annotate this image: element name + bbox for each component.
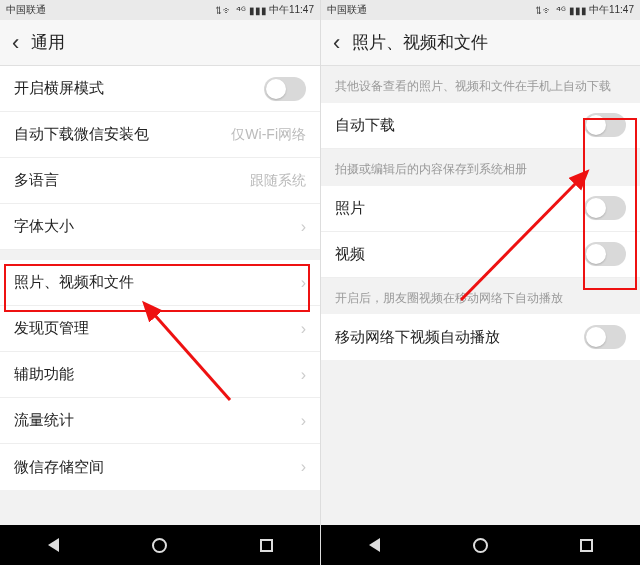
chevron-right-icon: ›	[301, 412, 306, 430]
section-note: 拍摄或编辑后的内容保存到系统相册	[321, 149, 640, 186]
row-font-size[interactable]: 字体大小 ›	[0, 204, 320, 250]
row-label: 自动下载	[335, 116, 395, 135]
row-label: 多语言	[14, 171, 59, 190]
row-label: 辅助功能	[14, 365, 74, 384]
row-value: 仅Wi-Fi网络	[231, 126, 306, 144]
content-area: 其他设备查看的照片、视频和文件在手机上自动下载 自动下载 拍摄或编辑后的内容保存…	[321, 66, 640, 525]
page-title: 照片、视频和文件	[352, 31, 488, 54]
chevron-right-icon: ›	[301, 458, 306, 476]
value-text: 跟随系统	[250, 172, 306, 190]
page-title: 通用	[31, 31, 65, 54]
toggle-icon[interactable]	[584, 242, 626, 266]
status-carrier: 中国联通	[327, 3, 367, 17]
nav-home-icon[interactable]	[460, 525, 500, 565]
toggle-icon[interactable]	[584, 325, 626, 349]
status-right: ⇅ ᯤ ⁴ᴳ ▮▮▮ 中午11:47	[216, 3, 314, 17]
row-auto-download[interactable]: 自动下载	[321, 103, 640, 149]
toggle-icon[interactable]	[584, 113, 626, 137]
row-value: 跟随系统	[250, 172, 306, 190]
row-videos[interactable]: 视频	[321, 232, 640, 278]
row-label: 开启横屏模式	[14, 79, 104, 98]
section-note: 开启后，朋友圈视频在移动网络下自动播放	[321, 278, 640, 315]
row-photos-videos-files[interactable]: 照片、视频和文件 ›	[0, 260, 320, 306]
android-navbar	[0, 525, 320, 565]
status-right: ⇅ ᯤ ⁴ᴳ ▮▮▮ 中午11:47	[536, 3, 634, 17]
status-icons: ⇅ ᯤ ⁴ᴳ ▮▮▮	[536, 5, 587, 16]
status-time: 中午11:47	[269, 3, 314, 17]
row-label: 照片、视频和文件	[14, 273, 134, 292]
nav-home-icon[interactable]	[140, 525, 180, 565]
chevron-right-icon: ›	[301, 366, 306, 384]
row-label: 微信存储空间	[14, 458, 104, 477]
row-auto-download-wechat[interactable]: 自动下载微信安装包 仅Wi-Fi网络	[0, 112, 320, 158]
nav-back-icon[interactable]	[354, 525, 394, 565]
status-time: 中午11:47	[589, 3, 634, 17]
back-icon[interactable]: ‹	[12, 32, 19, 54]
row-photos[interactable]: 照片	[321, 186, 640, 232]
row-label: 流量统计	[14, 411, 74, 430]
section-note: 其他设备查看的照片、视频和文件在手机上自动下载	[321, 66, 640, 103]
phone-screen-photos: 中国联通 ⇅ ᯤ ⁴ᴳ ▮▮▮ 中午11:47 ‹ 照片、视频和文件 其他设备查…	[320, 0, 640, 565]
toggle-icon[interactable]	[584, 196, 626, 220]
nav-recent-icon[interactable]	[247, 525, 287, 565]
row-discover-manage[interactable]: 发现页管理 ›	[0, 306, 320, 352]
value-text: 仅Wi-Fi网络	[231, 126, 306, 144]
row-accessibility[interactable]: 辅助功能 ›	[0, 352, 320, 398]
row-landscape-mode[interactable]: 开启横屏模式	[0, 66, 320, 112]
nav-recent-icon[interactable]	[567, 525, 607, 565]
row-label: 自动下载微信安装包	[14, 125, 149, 144]
row-data-usage[interactable]: 流量统计 ›	[0, 398, 320, 444]
row-storage[interactable]: 微信存储空间 ›	[0, 444, 320, 490]
phone-screen-general: 中国联通 ⇅ ᯤ ⁴ᴳ ▮▮▮ 中午11:47 ‹ 通用 开启横屏模式 自动下载…	[0, 0, 320, 565]
row-label: 视频	[335, 245, 365, 264]
status-icons: ⇅ ᯤ ⁴ᴳ ▮▮▮	[216, 5, 267, 16]
row-label: 照片	[335, 199, 365, 218]
nav-back-icon[interactable]	[33, 525, 73, 565]
status-bar: 中国联通 ⇅ ᯤ ⁴ᴳ ▮▮▮ 中午11:47	[0, 0, 320, 20]
status-bar: 中国联通 ⇅ ᯤ ⁴ᴳ ▮▮▮ 中午11:47	[321, 0, 640, 20]
content-area: 开启横屏模式 自动下载微信安装包 仅Wi-Fi网络 多语言 跟随系统 字体大小 …	[0, 66, 320, 525]
row-label: 移动网络下视频自动播放	[335, 328, 500, 347]
row-label: 字体大小	[14, 217, 74, 236]
chevron-right-icon: ›	[301, 320, 306, 338]
row-mobile-autoplay[interactable]: 移动网络下视频自动播放	[321, 314, 640, 360]
chevron-right-icon: ›	[301, 218, 306, 236]
chevron-right-icon: ›	[301, 274, 306, 292]
android-navbar	[321, 525, 640, 565]
toggle-icon[interactable]	[264, 77, 306, 101]
row-language[interactable]: 多语言 跟随系统	[0, 158, 320, 204]
header: ‹ 照片、视频和文件	[321, 20, 640, 66]
row-label: 发现页管理	[14, 319, 89, 338]
header: ‹ 通用	[0, 20, 320, 66]
back-icon[interactable]: ‹	[333, 32, 340, 54]
status-carrier: 中国联通	[6, 3, 46, 17]
